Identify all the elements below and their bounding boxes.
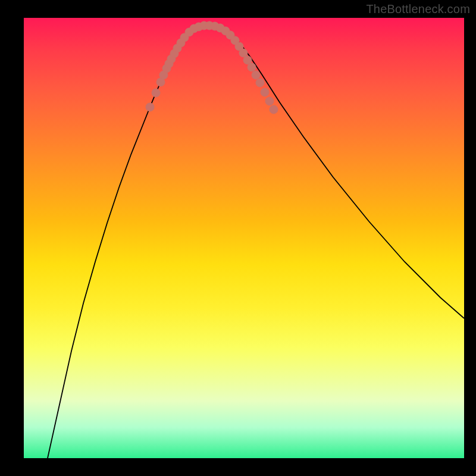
watermark-text: TheBottleneck.com <box>366 2 470 16</box>
bead-markers <box>146 21 278 114</box>
bead <box>152 89 160 97</box>
chart-frame: TheBottleneck.com <box>0 0 476 476</box>
bead <box>270 105 278 114</box>
bead <box>146 103 154 111</box>
curve-layer <box>24 18 464 458</box>
bead <box>256 79 264 87</box>
bead <box>248 63 256 71</box>
bead <box>265 97 274 105</box>
plot-area <box>24 18 464 458</box>
bead <box>252 71 260 79</box>
bottleneck-curve <box>48 26 464 458</box>
bead <box>261 88 269 96</box>
